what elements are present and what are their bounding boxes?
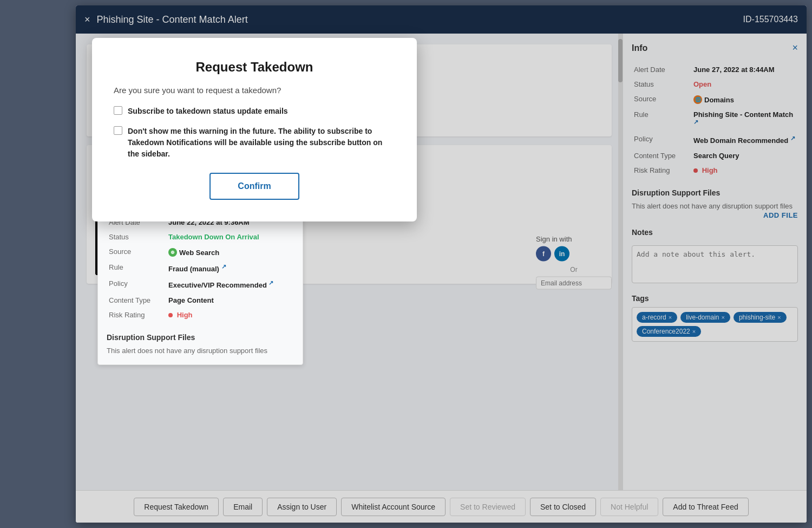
small-content-type-value: Page Content: [166, 293, 294, 308]
small-rule-row: Rule Fraud (manual) ↗: [107, 260, 294, 276]
small-source-row: Source ⊕ Web Search: [107, 244, 294, 260]
small-rule-label: Rule: [107, 260, 166, 276]
checkbox2-row: Don't show me this warning in the future…: [114, 126, 395, 160]
small-risk-label: Risk Rating: [107, 308, 166, 322]
checkbox1-row: Subscribe to takedown status update emai…: [114, 106, 395, 117]
small-source-label: Source: [107, 244, 166, 260]
small-policy-row: Policy Executive/VIP Recommended ↗: [107, 276, 294, 292]
modal-title: Request Takedown: [114, 60, 395, 75]
small-status-value: Takedown Down On Arrival: [168, 233, 259, 241]
takedown-modal: Request Takedown Are you sure you want t…: [92, 38, 417, 221]
subscribe-label: Subscribe to takedown status update emai…: [128, 106, 288, 117]
small-disruption-title: Disruption Support Files: [107, 333, 294, 342]
small-risk-dot: [168, 313, 173, 317]
modal-overlay: Request Takedown Are you sure you want t…: [76, 5, 807, 523]
confirm-button[interactable]: Confirm: [209, 173, 299, 200]
small-policy-label: Policy: [107, 276, 166, 292]
main-window: × Phishing Site - Content Match Alert ID…: [76, 5, 807, 523]
small-policy-link-icon[interactable]: ↗: [269, 279, 273, 286]
small-source-value: ⊕ Web Search: [168, 248, 219, 257]
small-status-row: Status Takedown Down On Arrival: [107, 230, 294, 244]
small-rule-link-icon[interactable]: ↗: [221, 263, 226, 270]
small-risk-row: Risk Rating High: [107, 308, 294, 322]
info-panel-table: Alert Date June 22, 2022 at 9:36AM Statu…: [107, 215, 294, 322]
small-disruption-text: This alert does not have any disruption …: [107, 346, 294, 356]
modal-question: Are you sure you want to request a taked…: [114, 86, 395, 95]
dont-show-label: Don't show me this warning in the future…: [128, 126, 395, 160]
small-content-type-row: Content Type Page Content: [107, 293, 294, 308]
small-rule-value: Fraud (manual): [168, 265, 219, 273]
web-search-icon: ⊕: [168, 248, 177, 257]
small-policy-value: Executive/VIP Recommended: [168, 282, 267, 290]
small-content-type-label: Content Type: [107, 293, 166, 308]
dont-show-checkbox[interactable]: [114, 126, 122, 135]
subscribe-checkbox[interactable]: [114, 106, 122, 115]
small-status-label: Status: [107, 230, 166, 244]
small-risk-value: High: [177, 311, 193, 319]
